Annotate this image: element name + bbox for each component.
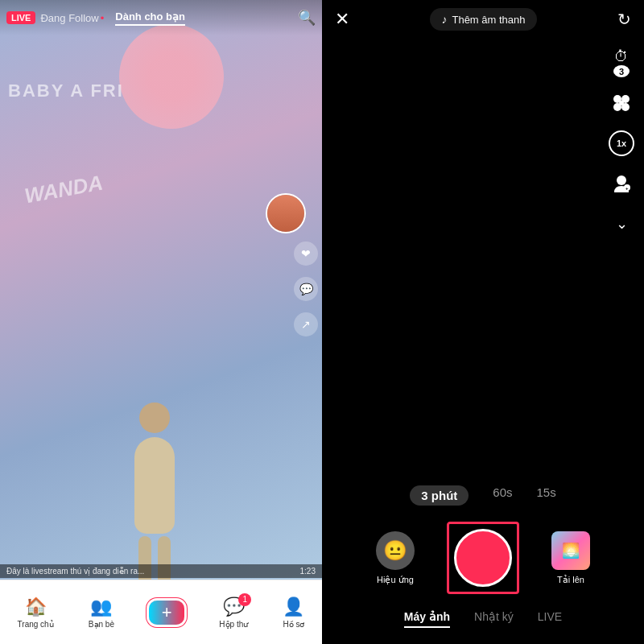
live-time: 1:23 — [300, 567, 316, 576]
live-badge: LIVE — [6, 11, 35, 24]
svg-point-4 — [619, 101, 624, 105]
duration-15s[interactable]: 15s — [537, 485, 556, 506]
bottom-nav-bar: 🏠 Trang chủ 👥 Bạn bè + 💬 1 Hộp thư 👤 Hồ … — [0, 580, 322, 644]
beauty-tool[interactable] — [607, 89, 636, 118]
enhance-tool[interactable]: + — [607, 169, 636, 198]
nav-inbox[interactable]: 💬 1 Hộp thư — [219, 597, 248, 629]
upload-label: Tải lên — [557, 575, 584, 585]
duration-tabs: 3 phút 60s 15s — [322, 485, 644, 506]
refresh-button[interactable]: ↻ — [617, 10, 631, 29]
search-icon[interactable]: 🔍 — [298, 9, 316, 27]
left-panel: BABY A FRI WANDA ❤ 💬 ↗ LIVE Đang Follow … — [0, 0, 322, 644]
speed-tool[interactable]: 1x — [607, 129, 636, 158]
duration-60s[interactable]: 60s — [493, 485, 512, 506]
speed-label: 1x — [609, 130, 634, 156]
add-music-button[interactable]: ♪ Thêm âm thanh — [430, 8, 536, 31]
duration-3min[interactable]: 3 phút — [410, 485, 469, 506]
top-bar: LIVE Đang Follow Dành cho bạn 🔍 — [0, 0, 322, 35]
plus-icon: + — [162, 602, 172, 623]
close-button[interactable]: ✕ — [335, 9, 349, 30]
video-text-decoration: BABY A FRI — [8, 80, 124, 101]
record-button[interactable] — [454, 529, 512, 587]
inbox-badge: 1 — [238, 593, 251, 606]
figure-body — [134, 437, 175, 534]
right-top-bar: ✕ ♪ Thêm âm thanh ↻ — [322, 0, 644, 39]
right-panel: ✕ ♪ Thêm âm thanh ↻ ⏱ 3 1x — [322, 0, 644, 644]
nav-friends[interactable]: 👥 Bạn bè — [89, 597, 114, 629]
live-bottom-text: Đây là livestream thú vị đang diễn ra...… — [0, 564, 322, 578]
upload-thumbnail: 🌅 — [551, 531, 590, 570]
profile-icon: 👤 — [283, 597, 304, 617]
effects-icon: 😐 — [376, 531, 415, 570]
video-share-btn[interactable]: ↗ — [294, 312, 318, 336]
profile-label: Hồ sơ — [283, 620, 304, 629]
home-icon: 🏠 — [25, 597, 47, 617]
friends-icon: 👥 — [90, 597, 112, 617]
video-like-btn[interactable]: ❤ — [294, 242, 318, 266]
video-avatar[interactable] — [266, 193, 306, 233]
upload-button[interactable]: 🌅 Tải lên — [551, 531, 590, 585]
timer-tool[interactable]: ⏱ 3 — [607, 48, 636, 77]
mode-tabs: Máy ảnh Nhật ký LIVE — [322, 610, 644, 628]
upload-thumb-icon: 🌅 — [562, 542, 580, 559]
music-icon: ♪ — [441, 13, 447, 26]
svg-text:+: + — [625, 186, 629, 191]
video-figure — [122, 402, 187, 564]
effects-button[interactable]: 😐 Hiệu ứng — [376, 531, 415, 585]
record-area: 😐 Hiệu ứng 🌅 Tải lên — [322, 522, 644, 594]
effects-face-icon: 😐 — [383, 539, 407, 562]
timer-counter: 3 — [613, 65, 630, 77]
record-button-container — [447, 522, 519, 594]
effects-label: Hiệu ứng — [377, 575, 414, 585]
nav-home[interactable]: 🏠 Trang chủ — [18, 597, 54, 629]
live-stream-text: Đây là livestream thú vị đang diễn ra... — [6, 567, 144, 576]
tab-following[interactable]: Đang Follow — [40, 12, 104, 24]
beauty-icon — [611, 93, 632, 114]
friends-label: Bạn bè — [89, 620, 114, 629]
mode-diary[interactable]: Nhật ký — [474, 610, 514, 628]
enhance-icon: + — [611, 173, 632, 194]
video-action-buttons: ❤ 💬 ↗ — [294, 242, 318, 336]
balloon-decoration — [119, 24, 224, 129]
more-tools-button[interactable]: ⌄ — [607, 209, 636, 238]
inbox-label: Hộp thư — [219, 620, 248, 629]
nav-add[interactable]: + — [149, 601, 184, 625]
mode-camera[interactable]: Máy ảnh — [404, 610, 450, 628]
home-label: Trang chủ — [18, 620, 54, 629]
timer-icon: ⏱ — [614, 48, 629, 65]
mode-live[interactable]: LIVE — [538, 610, 562, 628]
camera-tools-sidebar: ⏱ 3 1x + ⌄ — [607, 48, 636, 238]
figure-head — [139, 402, 170, 433]
chevron-down-icon: ⌄ — [616, 215, 628, 233]
tab-for-you[interactable]: Dành cho bạn — [115, 10, 185, 26]
top-tabs: Đang Follow Dành cho bạn — [40, 10, 298, 26]
camera-bottom-controls: 3 phút 60s 15s 😐 Hiệu ứng 🌅 Tải — [322, 473, 644, 644]
nav-profile[interactable]: 👤 Hồ sơ — [283, 597, 304, 629]
video-comment-btn[interactable]: 💬 — [294, 277, 318, 301]
music-label: Thêm âm thanh — [452, 14, 525, 26]
avatar-image — [267, 195, 304, 232]
add-button[interactable]: + — [149, 601, 184, 625]
svg-point-5 — [617, 175, 626, 185]
